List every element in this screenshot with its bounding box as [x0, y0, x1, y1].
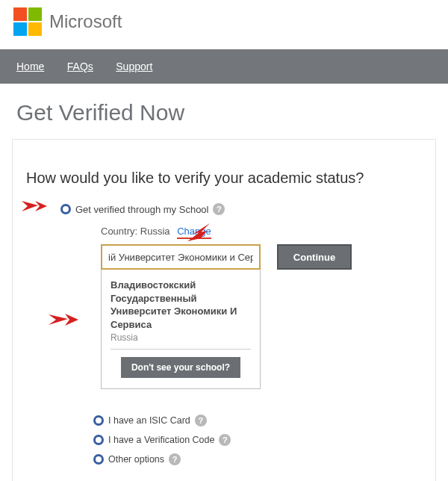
svg-marker-4 — [49, 314, 68, 325]
annotation-arrow-icon — [49, 311, 78, 328]
school-dropdown: Владивостокский Государственный Универси… — [101, 270, 261, 389]
radio-other[interactable] — [93, 454, 104, 465]
school-search-row: Continue — [26, 244, 422, 270]
verify-card: How would you like to verify your academ… — [12, 139, 436, 481]
dropdown-item-country: Russia — [111, 332, 251, 350]
school-search-input[interactable] — [101, 244, 261, 270]
verify-question: How would you like to verify your academ… — [26, 170, 422, 187]
change-country-link[interactable]: Change — [177, 226, 211, 239]
help-icon[interactable]: ? — [219, 434, 231, 446]
nav-home[interactable]: Home — [16, 60, 44, 72]
dropdown-item[interactable]: Владивостокский Государственный Универси… — [111, 279, 251, 331]
country-row: Country: Russia Change — [26, 226, 422, 237]
help-icon[interactable]: ? — [169, 453, 181, 465]
country-value: Russia — [140, 226, 170, 237]
brand-name: Microsoft — [49, 11, 122, 32]
help-icon[interactable]: ? — [213, 203, 225, 215]
help-icon[interactable]: ? — [195, 415, 207, 426]
country-label: Country: — [101, 226, 137, 237]
continue-button[interactable]: Continue — [277, 244, 352, 270]
option-other-row[interactable]: Other options ? — [26, 453, 422, 465]
option-isic-row[interactable]: I have an ISIC Card ? — [26, 415, 422, 426]
header: Microsoft — [0, 0, 448, 49]
other-options: I have an ISIC Card ? I have a Verificat… — [26, 415, 422, 465]
missing-school-button[interactable]: Don't see your school? — [121, 357, 240, 378]
option-code-row[interactable]: I have a Verification Code ? — [26, 434, 422, 446]
microsoft-logo-icon — [13, 7, 42, 36]
page-title: Get Verified Now — [0, 84, 448, 139]
navbar: Home FAQs Support — [0, 49, 448, 84]
radio-code[interactable] — [93, 435, 104, 445]
option-isic-label: I have an ISIC Card — [108, 415, 190, 426]
radio-isic[interactable] — [93, 415, 104, 426]
option-school-row[interactable]: Get verified through my School ? — [26, 203, 422, 215]
option-school-label: Get verified through my School — [75, 204, 208, 215]
nav-faqs[interactable]: FAQs — [67, 60, 93, 72]
option-other-label: Other options — [108, 454, 164, 465]
radio-school[interactable] — [60, 204, 71, 214]
svg-marker-5 — [65, 314, 78, 326]
nav-support[interactable]: Support — [116, 60, 152, 72]
option-code-label: I have a Verification Code — [108, 435, 214, 445]
